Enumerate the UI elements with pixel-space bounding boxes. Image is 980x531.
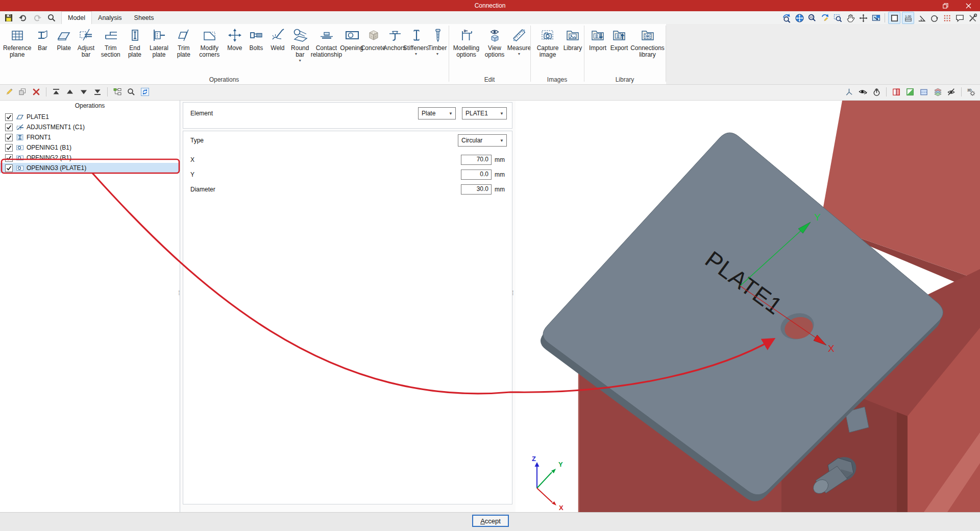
checkbox[interactable] — [5, 144, 13, 152]
zoom-rotate-icon[interactable] — [781, 12, 792, 23]
element-name-select[interactable]: PLATE1 ▼ — [462, 107, 507, 119]
scale-toggle-icon[interactable]: 1.00 — [902, 12, 914, 24]
search-icon[interactable] — [46, 12, 57, 23]
refresh-icon[interactable] — [139, 86, 151, 98]
delete-icon[interactable] — [31, 86, 42, 98]
tools-icon[interactable] — [967, 12, 978, 23]
tab-analysis[interactable]: Analysis — [92, 11, 128, 24]
pan-icon[interactable] — [845, 12, 856, 23]
ribbon-button-measure[interactable]: Measure▼ — [508, 24, 530, 56]
dotted-select-icon[interactable] — [941, 12, 952, 23]
operations-tree-item-front1[interactable]: FRONT1 — [0, 132, 180, 142]
svg-text:x2: x2 — [810, 15, 813, 18]
ribbon-button-adjust-bar[interactable]: Adjust bar — [75, 24, 97, 58]
undo-icon[interactable] — [17, 12, 29, 23]
lateral-plate-icon — [151, 27, 166, 44]
ribbon-button-modelling-options[interactable]: LModelling options — [452, 24, 481, 58]
ribbon-button-import[interactable]: Import — [587, 24, 608, 52]
tab-model[interactable]: Model — [61, 11, 92, 24]
zoom-x2-icon[interactable]: x2 — [806, 12, 818, 23]
comment-icon[interactable] — [954, 12, 965, 23]
ribbon-button-trim-plate[interactable]: Trim plate — [173, 24, 195, 58]
redo-icon[interactable] — [32, 12, 43, 23]
move-bottom-icon[interactable] — [92, 86, 103, 98]
ribbon-button-opening[interactable]: Opening — [341, 24, 362, 52]
ribbon-button-connections-library[interactable]: Connections library — [630, 24, 665, 58]
chevron-down-icon: ▼ — [500, 111, 504, 116]
ribbon-button-reference-plane[interactable]: Reference plane — [3, 24, 32, 58]
ribbon-button-plate[interactable]: Plate — [53, 24, 75, 52]
zoom-extents-icon[interactable] — [794, 12, 805, 23]
plate-view-icon[interactable] — [891, 86, 902, 98]
close-window-button[interactable] — [957, 0, 980, 11]
ribbon-button-export[interactable]: Export — [608, 24, 630, 52]
layers-icon[interactable] — [932, 86, 943, 98]
rotate-circle-icon[interactable] — [928, 12, 940, 23]
ribbon-button-end-plate[interactable]: End plate — [124, 24, 145, 58]
hide-icon[interactable] — [946, 86, 957, 98]
ribbon-button-concrete[interactable]: Concrete — [362, 24, 384, 52]
save-icon[interactable] — [3, 12, 14, 23]
ribbon-button-bar[interactable]: Bar — [32, 24, 53, 52]
y-input[interactable]: 0.0 — [461, 170, 492, 180]
type-select[interactable]: Circular▼ — [458, 134, 507, 147]
ribbon-button-move[interactable]: Move — [224, 24, 246, 52]
diameter-input[interactable]: 30.0 — [461, 184, 492, 195]
checkbox[interactable] — [5, 113, 13, 121]
move-down-icon[interactable] — [78, 86, 89, 98]
ribbon-button-view-options[interactable]: View options — [481, 24, 508, 58]
property-row-type: TypeCircular▼ — [183, 135, 512, 147]
transparent-view-icon[interactable] — [918, 86, 929, 98]
x-input[interactable]: 70.0 — [461, 155, 492, 165]
tab-sheets[interactable]: Sheets — [128, 11, 160, 24]
checkbox[interactable] — [5, 164, 13, 172]
viewport-3d[interactable]: PLATE1 Y X Z Y — [516, 100, 980, 513]
ribbon-button-round-bar[interactable]: Round bar▼ — [288, 24, 312, 62]
ribbon-button-stiffeners[interactable]: Stiffeners▼ — [405, 24, 427, 56]
tree-view-icon[interactable] — [112, 86, 123, 98]
panel-splitter-left[interactable]: ⁞ — [178, 292, 181, 294]
search-small-icon[interactable] — [126, 86, 137, 98]
operations-tree-item-adjustment1-c1[interactable]: ADJUSTMENT1 (C1) — [0, 122, 180, 132]
operations-tree-item-plate1[interactable]: PLATE1 — [0, 112, 180, 122]
wireframe-toggle-icon[interactable] — [888, 12, 900, 24]
ribbon-button-timber[interactable]: Timber▼ — [427, 24, 448, 56]
ribbon-button-library[interactable]: Library — [562, 24, 583, 52]
move-up-icon[interactable] — [64, 86, 76, 98]
ribbon-button-bolts[interactable]: Bolts — [246, 24, 267, 52]
copy-icon[interactable] — [17, 86, 28, 98]
ribbon-button-trim-section[interactable]: Trim section — [97, 24, 124, 58]
tree-item-label: PLATE1 — [27, 113, 49, 120]
zoom-window-icon[interactable] — [832, 12, 843, 23]
angle-icon[interactable] — [916, 12, 927, 23]
checkbox[interactable] — [5, 134, 13, 141]
ribbon-button-capture-image[interactable]: Capture image — [533, 24, 562, 58]
view-rotate-icon[interactable] — [857, 86, 868, 98]
panel-splitter-right[interactable]: ⁞ — [512, 292, 515, 294]
axes-icon[interactable] — [843, 86, 854, 98]
ribbon-button-weld[interactable]: Weld — [267, 24, 288, 52]
fit-window-icon[interactable] — [870, 12, 881, 23]
move-top-icon[interactable] — [51, 86, 62, 98]
move-view-icon[interactable] — [857, 12, 869, 23]
checkbox[interactable] — [5, 124, 13, 131]
ribbon-button-contact-relationship[interactable]: Contact relationship — [312, 24, 341, 58]
render-3d-icon[interactable]: 3D — [966, 86, 977, 98]
accept-button[interactable]: Accept — [472, 515, 509, 527]
edit-pencil-icon[interactable] — [3, 86, 14, 98]
ribbon-button-anchors[interactable]: Anchors — [384, 24, 405, 52]
solid-view-icon[interactable] — [904, 86, 916, 98]
operations-tree-item-opening1-b1[interactable]: OPENING1 (B1) — [0, 142, 180, 153]
restore-window-button[interactable] — [934, 0, 957, 11]
orbit-icon[interactable] — [871, 86, 882, 98]
refresh-view-icon[interactable] — [819, 12, 830, 23]
operations-tree-item-opening2-b1[interactable]: OPENING2 (B1) — [0, 153, 180, 163]
operations-tree-item-opening3-plate1[interactable]: OPENING3 (PLATE1) — [0, 163, 180, 173]
quick-access-toolbar — [0, 12, 61, 23]
chevron-down-icon: ▼ — [449, 111, 453, 116]
ribbon-button-modify-corners[interactable]: Modify corners — [195, 24, 224, 58]
ribbon-button-label: End plate — [126, 45, 144, 58]
checkbox[interactable] — [5, 154, 13, 162]
element-type-select[interactable]: Plate ▼ — [418, 107, 456, 119]
ribbon-button-lateral-plate[interactable]: Lateral plate — [145, 24, 173, 58]
